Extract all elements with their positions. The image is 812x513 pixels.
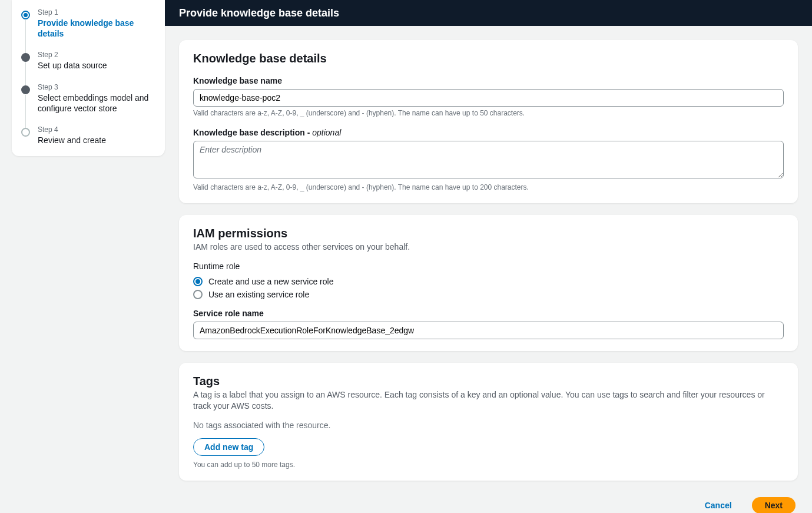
step-3[interactable]: Step 3 Select embeddings model and confi… [21,83,155,125]
step-4-label: Step 4 [38,125,155,134]
cancel-button[interactable]: Cancel [694,497,743,513]
wizard-sidebar: Step 1 Provide knowledge base details St… [12,0,165,156]
kb-description-input[interactable] [193,141,784,178]
step-indicator-active-icon [21,11,30,19]
service-role-name-label: Service role name [193,309,784,318]
step-1-title: Provide knowledge base details [38,18,155,39]
kb-description-label-text: Knowledge base description - [193,128,312,137]
add-new-tag-button[interactable]: Add new tag [193,438,264,456]
step-1-label: Step 1 [38,8,155,16]
kb-name-field: Knowledge base name Valid characters are… [193,76,784,117]
next-button[interactable]: Next [752,497,796,513]
radio-create-new-role[interactable]: Create and use a new service role [193,277,784,286]
radio-create-label: Create and use a new service role [208,277,333,286]
tags-heading: Tags [193,375,784,388]
step-indicator-icon [21,85,30,94]
main-content: Knowledge base details Knowledge base na… [177,26,812,513]
step-2-title: Set up data source [38,60,155,71]
radio-unselected-icon [193,290,203,299]
tags-empty-text: No tags associated with the resource. [193,421,784,430]
footer-actions: Cancel Next [179,492,798,513]
page-header: Provide knowledge base details [165,0,812,26]
page-title: Provide knowledge base details [179,7,339,19]
radio-existing-label: Use an existing service role [208,290,309,299]
step-4[interactable]: Step 4 Review and create [21,125,155,145]
step-3-label: Step 3 [38,83,155,91]
step-1[interactable]: Step 1 Provide knowledge base details [21,8,155,51]
tags-description: A tag is a label that you assign to an A… [193,389,784,412]
kb-name-hint: Valid characters are a-z, A-Z, 0-9, _ (u… [193,109,784,117]
kb-description-optional: optional [312,128,341,137]
kb-description-hint: Valid characters are a-z, A-Z, 0-9, _ (u… [193,183,784,191]
step-4-title: Review and create [38,135,155,145]
step-3-title: Select embeddings model and configure ve… [38,92,155,114]
kb-description-label: Knowledge base description - optional [193,128,784,137]
service-role-name-field: Service role name [193,309,784,339]
tags-panel: Tags A tag is a label that you assign to… [179,363,798,481]
step-2[interactable]: Step 2 Set up data source [21,51,155,82]
kb-name-label: Knowledge base name [193,76,784,85]
step-indicator-open-icon [21,128,30,137]
step-2-label: Step 2 [38,51,155,59]
runtime-role-radio-group: Create and use a new service role Use an… [193,277,784,299]
kb-description-field: Knowledge base description - optional Va… [193,128,784,191]
runtime-role-label: Runtime role [193,262,784,271]
step-indicator-icon [21,53,30,62]
kb-details-heading: Knowledge base details [193,52,784,65]
radio-use-existing-role[interactable]: Use an existing service role [193,290,784,299]
radio-selected-icon [193,277,203,286]
service-role-name-input[interactable] [193,322,784,339]
knowledge-base-details-panel: Knowledge base details Knowledge base na… [179,40,798,203]
kb-name-input[interactable] [193,89,784,107]
iam-heading: IAM permissions [193,227,784,240]
iam-description: IAM roles are used to access other servi… [193,241,784,253]
iam-permissions-panel: IAM permissions IAM roles are used to ac… [179,215,798,351]
tags-hint: You can add up to 50 more tags. [193,461,784,469]
